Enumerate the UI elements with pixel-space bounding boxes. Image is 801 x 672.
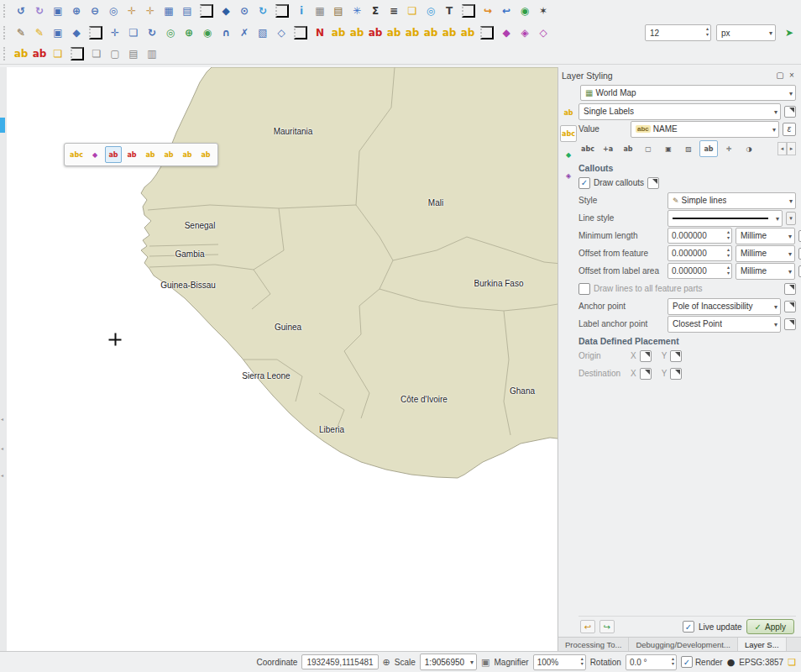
spinner-arrows-icon[interactable]: ▴▾: [727, 265, 730, 276]
style-undo-icon[interactable]: ↩: [580, 620, 595, 633]
change-label-icon[interactable]: ab: [459, 24, 476, 41]
zoom-out-icon[interactable]: ⊖: [86, 3, 103, 19]
zoom-native-icon[interactable]: ◎: [105, 3, 122, 19]
zoom-full-icon[interactable]: ▦: [160, 3, 177, 19]
font-size-spinbox[interactable]: 12 ▴▾: [645, 24, 711, 41]
zoom-to-layer-icon[interactable]: ▤: [179, 3, 196, 19]
font-unit-combo[interactable]: px: [716, 24, 776, 41]
fill-ring-icon[interactable]: ◉: [199, 24, 216, 41]
pin-labels-icon[interactable]: ab: [348, 24, 365, 41]
anchor-point-combo[interactable]: Pole of Inaccessibility: [668, 298, 781, 315]
coordinate-input[interactable]: 1932459,1115481: [301, 654, 378, 669]
text-annotation-icon[interactable]: T: [441, 3, 458, 19]
bookmark-icon[interactable]: ◆: [217, 3, 234, 19]
offset-from-feature-spinbox[interactable]: 0.000000 ▴▾: [668, 245, 732, 261]
show-hide-labels-icon[interactable]: ab: [385, 24, 402, 41]
placement-tab-icon[interactable]: ✛: [720, 140, 738, 157]
draw-callouts-checkbox[interactable]: [578, 177, 590, 189]
merge-features-icon[interactable]: ▧: [254, 24, 271, 41]
crs-globe-icon[interactable]: ●: [727, 657, 736, 668]
text-tab-icon[interactable]: abc: [578, 140, 597, 157]
automated-placement-settings-button[interactable]: [784, 106, 796, 118]
close-panel-icon[interactable]: ×: [786, 70, 798, 81]
labeling-icon[interactable]: N: [312, 24, 328, 41]
layer-selector-combo[interactable]: ▦ World Map: [580, 85, 796, 101]
minimum-length-unit-combo[interactable]: Millime: [736, 228, 795, 244]
label-toolbar-icon[interactable]: ab: [13, 45, 29, 62]
distribute-items-icon[interactable]: ▥: [144, 45, 160, 62]
label-anchor-point-combo[interactable]: Closest Point: [668, 316, 781, 333]
shadow-tab-icon[interactable]: ▨: [679, 140, 698, 157]
highlight-labels-icon[interactable]: ab: [404, 24, 421, 41]
split-features-icon[interactable]: ✗: [236, 24, 253, 41]
expression-select-icon[interactable]: ≡: [385, 3, 402, 19]
magnifier-spinbox[interactable]: 100% ▴▾: [533, 654, 586, 670]
callouts-tab-icon[interactable]: ab: [699, 140, 718, 157]
statistics-icon[interactable]: Σ: [367, 3, 384, 19]
rotate-feature-icon[interactable]: ↻: [144, 24, 160, 41]
rotation-spinbox[interactable]: 0.0 ° ▴▾: [626, 654, 677, 670]
new-map-view-icon[interactable]: ▣: [50, 3, 66, 19]
unpin-labels-icon[interactable]: ab: [367, 24, 384, 41]
add-ring-icon[interactable]: ◎: [162, 24, 179, 41]
scale-combo[interactable]: 1:9056950: [420, 654, 477, 670]
background-tab-icon[interactable]: ▣: [659, 140, 678, 157]
pan-to-selection-icon[interactable]: ✛: [142, 3, 159, 19]
map-tips-icon[interactable]: ❏: [404, 3, 421, 19]
toggle-editing-icon[interactable]: ✎: [31, 24, 48, 41]
apply-button[interactable]: ✓ Apply: [746, 619, 794, 634]
docked-panel-tab[interactable]: [0, 118, 5, 133]
pan-map-icon[interactable]: ✛: [123, 3, 140, 19]
value-field-combo[interactable]: abc NAME: [631, 121, 779, 138]
spinner-arrows-icon[interactable]: ▴▾: [727, 229, 730, 240]
rotate-label-icon[interactable]: ab: [179, 146, 196, 163]
move-feature-icon[interactable]: ✛: [107, 24, 123, 41]
offset-from-label-area-spinbox[interactable]: 0.000000 ▴▾: [668, 263, 732, 279]
group-items-icon[interactable]: ❏: [88, 45, 105, 62]
origin-y-override-button[interactable]: [670, 350, 682, 362]
lock-scale-icon[interactable]: ▣: [481, 657, 490, 668]
labels-badge-icon[interactable]: ab: [560, 104, 577, 121]
pointer-arrow-icon[interactable]: ➤: [781, 24, 798, 41]
zoom-in-icon[interactable]: ⊕: [68, 3, 85, 19]
data-defined-override-button[interactable]: [647, 177, 659, 189]
toolbar-drag-handle[interactable]: [3, 4, 9, 18]
rotate-label-icon[interactable]: ab: [441, 24, 458, 41]
diagram-options-icon[interactable]: ◆: [498, 24, 515, 41]
zoom-previous-icon[interactable]: ↺: [13, 3, 29, 19]
callout-style-combo[interactable]: ✎ Simple lines: [668, 192, 796, 209]
redo-icon[interactable]: ↪: [479, 3, 496, 19]
destination-y-override-button[interactable]: [670, 368, 682, 380]
offset-from-feature-unit-combo[interactable]: Millime: [736, 245, 795, 262]
minimum-length-spinbox[interactable]: 0.000000 ▴▾: [668, 228, 732, 244]
attribute-table-icon[interactable]: ▦: [312, 3, 328, 19]
metasearch-globe-icon[interactable]: ◉: [516, 3, 533, 19]
zoom-next-icon[interactable]: ↻: [31, 3, 48, 19]
pin-unpin-labels-icon[interactable]: ab: [105, 146, 122, 163]
spinner-arrows-icon[interactable]: ▴▾: [727, 247, 730, 258]
line-style-combo[interactable]: [668, 210, 783, 227]
move-label-icon[interactable]: ab: [160, 146, 177, 163]
label-layer-icon[interactable]: ❏: [50, 45, 66, 62]
undock-panel-icon[interactable]: ▢: [774, 70, 786, 81]
temporal-controller-icon[interactable]: ⊙: [236, 3, 253, 19]
dock-tab[interactable]: Debugging/Development...: [629, 638, 738, 652]
render-checkbox[interactable]: [681, 656, 693, 668]
dock-tab[interactable]: Processing To...: [558, 638, 629, 652]
change-label-properties-icon[interactable]: ab: [197, 146, 214, 163]
current-edits-icon[interactable]: ✎: [13, 24, 29, 41]
offset-from-label-area-unit-combo[interactable]: Millime: [736, 263, 795, 280]
tabs-scroll-left-icon[interactable]: ◂: [777, 142, 787, 155]
label-options-icon[interactable]: ab: [330, 24, 347, 41]
align-items-icon[interactable]: ▤: [125, 45, 142, 62]
data-defined-override-button[interactable]: [784, 301, 796, 312]
processing-toolbox-icon[interactable]: ✳: [348, 3, 365, 19]
mask-tab-icon[interactable]: ▢: [639, 140, 657, 157]
move-label-icon[interactable]: ab: [422, 24, 439, 41]
expression-builder-button[interactable]: ε: [783, 123, 796, 136]
spinner-arrows-icon[interactable]: ▴▾: [706, 26, 709, 37]
toolbar-drag-handle[interactable]: [3, 26, 9, 39]
labels-tab-icon[interactable]: abc: [560, 125, 577, 142]
add-part-icon[interactable]: ⊕: [181, 24, 197, 41]
identify-icon[interactable]: i: [293, 3, 310, 19]
